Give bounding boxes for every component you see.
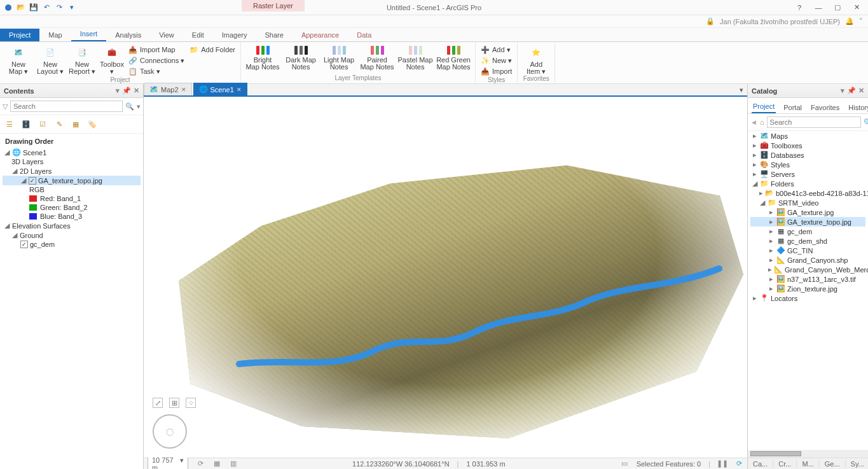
qat-customize-icon[interactable]: ▾ (67, 3, 76, 12)
panel-menu-icon[interactable]: ▾ (841, 87, 844, 95)
catalog-search-input[interactable] (767, 116, 861, 128)
open-icon[interactable]: 📂 (17, 3, 25, 12)
catalog-node-toolboxes[interactable]: ▸🧰Toolboxes (750, 141, 865, 150)
close-button[interactable]: ✕ (848, 1, 865, 14)
tab-insert[interactable]: Insert (71, 27, 107, 41)
close-icon[interactable]: ✕ (858, 87, 864, 95)
catalog-tab-favorites[interactable]: Favorites (809, 102, 841, 113)
catalog-file[interactable]: ▸🖼️GA_texture.jpg (750, 207, 865, 217)
styles-add-button[interactable]: ➕Add ▾ (479, 45, 513, 55)
catalog-tab-project[interactable]: Project (752, 101, 776, 113)
redo-icon[interactable]: ↷ (55, 3, 64, 12)
on-screen-navigator[interactable]: ◯ (153, 414, 187, 449)
scene-viewport[interactable]: ⤢ ⊞ ⁘ ◯ (144, 97, 747, 458)
notifications-icon[interactable]: 🔔 (845, 17, 854, 25)
catalog-file[interactable]: ▸🖼️GA_texture_topo.jpg (750, 217, 865, 227)
catalog-panel-header[interactable]: Catalog ▾📌✕ (748, 84, 868, 98)
filter-icon[interactable]: ▽ (3, 102, 8, 111)
catalog-file[interactable]: ▸📐Grand_Canyon_Web_Mercator.shp (750, 265, 865, 274)
map-notes-button[interactable]: Pastel MapNotes (397, 43, 433, 71)
pause-drawing-icon[interactable]: ⟳ (196, 459, 205, 468)
tab-map[interactable]: Map (39, 29, 71, 41)
view-tab-map2[interactable]: 🗺️Map2✕ (144, 83, 192, 95)
tab-imagery[interactable]: Imagery (213, 29, 256, 41)
folder-guid[interactable]: ▸📂b00e41c3-eebd-4218-a83d-11daac45 (750, 188, 865, 198)
close-icon[interactable]: ✕ (181, 87, 186, 93)
contents-panel-header[interactable]: Contents ▾📌✕ (0, 84, 143, 98)
view-menu-icon[interactable]: ▾ (736, 85, 747, 95)
docked-panel-tab[interactable]: Cr... (773, 460, 797, 468)
catalog-node-databases[interactable]: ▸🗄️Databases (750, 150, 865, 160)
catalog-tab-history[interactable]: History (847, 102, 868, 113)
add-folder-button[interactable]: 📁Add Folder (188, 45, 237, 55)
styles-import-button[interactable]: 📥Import (479, 66, 513, 76)
catalog-node-servers[interactable]: ▸🖥️Servers (750, 169, 865, 179)
toolbox-button[interactable]: 🧰Toolbox ▾ (99, 43, 125, 75)
pin-icon[interactable]: 📌 (847, 87, 856, 95)
save-icon[interactable]: 💾 (29, 3, 38, 12)
minimize-button[interactable]: — (809, 1, 827, 14)
navigator-toggle-icon[interactable]: ⤢ (153, 398, 163, 408)
signed-in-user[interactable]: Jan (Fakulta životního prostředí UJEP) (720, 18, 840, 25)
add-favorite-item-button[interactable]: ⭐AddItem ▾ (521, 43, 551, 75)
tab-analysis[interactable]: Analysis (106, 29, 150, 41)
docked-panel-tab[interactable]: Ge... (820, 460, 846, 468)
catalog-node-maps[interactable]: ▸🗺️Maps (750, 131, 865, 141)
catalog-file[interactable]: ▸🖼️Zion_texture.jpg (750, 284, 865, 293)
elevation-surfaces-node[interactable]: ◢Elevation Surfaces (3, 221, 141, 230)
map-notes-button[interactable]: Red GreenMap Notes (436, 43, 471, 71)
layer-ga-texture-topo[interactable]: ◢✓GA_texture_topo.jpg (3, 176, 141, 185)
tab-view[interactable]: View (150, 29, 183, 41)
back-icon[interactable]: ◄ (750, 118, 757, 126)
new-map-button[interactable]: 🗺️NewMap ▾ (4, 43, 33, 75)
styles-new-button[interactable]: ✨New ▾ (479, 55, 513, 66)
close-icon[interactable]: ✕ (237, 87, 242, 93)
search-menu-icon[interactable]: ▾ (137, 102, 141, 111)
pin-icon[interactable]: 📌 (122, 87, 131, 95)
refresh-icon[interactable]: ⟳ (734, 459, 743, 468)
map-notes-button[interactable]: BrightMap Notes (245, 43, 280, 71)
list-by-source-icon[interactable]: 🗄️ (20, 118, 32, 130)
search-icon[interactable]: 🔍 (125, 102, 134, 111)
map-notes-button[interactable]: Dark MapNotes (283, 43, 319, 71)
map-notes-button[interactable]: Light MapNotes (321, 43, 357, 71)
folder-srtm-video[interactable]: ◢📁SRTM_video (750, 198, 865, 207)
scene-node[interactable]: ◢🌐Scene1 (3, 148, 141, 157)
close-icon[interactable]: ✕ (134, 87, 139, 95)
docked-panel-tab[interactable]: Sy... (846, 460, 868, 468)
folders-node[interactable]: ◢📁Folders (750, 179, 865, 188)
maximize-button[interactable]: ▢ (829, 1, 846, 14)
2d-layers-node[interactable]: ◢2D Layers (3, 166, 141, 176)
layer-visible-checkbox[interactable]: ✓ (20, 241, 28, 248)
layer-visible-checkbox[interactable]: ✓ (29, 177, 36, 185)
map-notes-button[interactable]: PairedMap Notes (359, 43, 395, 71)
tab-data[interactable]: Data (348, 29, 380, 41)
catalog-node-styles[interactable]: ▸🎨Styles (750, 160, 865, 169)
catalog-file[interactable]: ▸🔷GC_TIN (750, 246, 865, 255)
tab-share[interactable]: Share (256, 29, 293, 41)
3d-layers-node[interactable]: 3D Layers (3, 157, 141, 166)
connections-button[interactable]: 🔗Connections ▾ (127, 55, 186, 66)
gc-dem-layer[interactable]: ✓gc_dem (3, 240, 141, 249)
contents-search-input[interactable] (10, 101, 123, 112)
snapping-icon[interactable]: ▥ (229, 459, 238, 468)
docked-panel-tab[interactable]: Ca... (748, 460, 773, 468)
view-tab-scene1[interactable]: 🌐Scene1✕ (193, 83, 247, 95)
locators-node[interactable]: ▸📍Locators (750, 293, 865, 303)
catalog-file[interactable]: ▸▦gc_dem (750, 227, 865, 236)
selection-icon[interactable]: ▭ (620, 459, 629, 468)
search-icon[interactable]: 🔍 (864, 118, 868, 127)
list-by-editing-icon[interactable]: ✎ (53, 118, 65, 130)
catalog-horizontal-scrollbar[interactable] (748, 450, 868, 458)
catalog-tab-portal[interactable]: Portal (782, 102, 803, 113)
catalog-file[interactable]: ▸🖼️n37_w113_1arc_v3.tif (750, 274, 865, 284)
collapse-ribbon-icon[interactable]: ˄ (859, 17, 863, 25)
home-icon[interactable]: ⌂ (760, 118, 764, 126)
new-layout-button[interactable]: 📄NewLayout ▾ (36, 43, 65, 75)
list-by-drawing-order-icon[interactable]: ☰ (4, 118, 15, 130)
catalog-file[interactable]: ▸▦gc_dem_shd (750, 236, 865, 246)
list-by-labeling-icon[interactable]: 🏷️ (86, 118, 98, 130)
list-by-selection-icon[interactable]: ☑ (37, 118, 48, 130)
constraints-icon[interactable]: ▦ (212, 459, 221, 468)
tab-appearance[interactable]: Appearance (293, 29, 348, 41)
